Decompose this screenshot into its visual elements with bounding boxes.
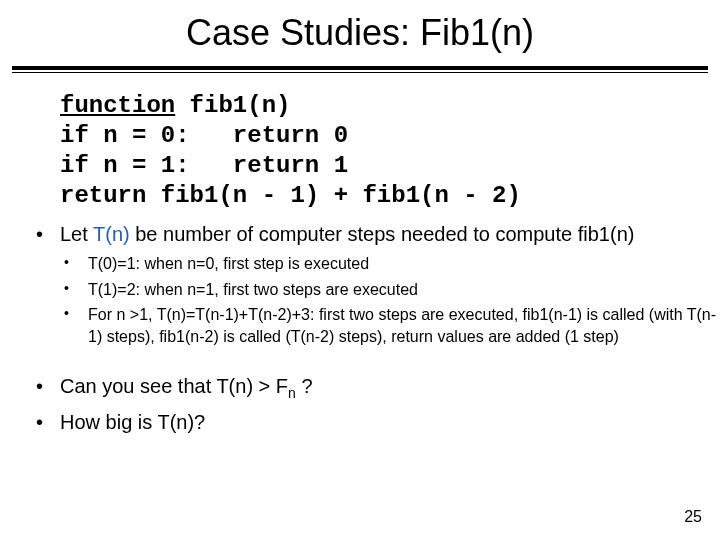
- bullet-text: Let T(n) be number of computer steps nee…: [60, 221, 684, 247]
- code-keyword: function: [60, 92, 175, 119]
- sub-marker: •: [64, 304, 88, 323]
- slide-title: Case Studies: Fib1(n): [0, 0, 720, 62]
- bullet-q2: • How big is T(n)?: [36, 409, 684, 435]
- tn-highlight: T(n): [93, 223, 130, 245]
- sub-bullet-3: • For n >1, T(n)=T(n-1)+T(n-2)+3: first …: [64, 304, 720, 347]
- sub-text-2: T(1)=2: when n=1, first two steps are ex…: [88, 279, 720, 301]
- sub-text-3: For n >1, T(n)=T(n-1)+T(n-2)+3: first tw…: [88, 304, 720, 347]
- code-line-3: if n = 1: return 1: [60, 152, 348, 179]
- bullet-marker: •: [36, 221, 60, 247]
- q1-post: ?: [296, 375, 313, 397]
- main-bullets: • Let T(n) be number of computer steps n…: [36, 221, 684, 247]
- sub-marker: •: [64, 279, 88, 298]
- bullet-let: • Let T(n) be number of computer steps n…: [36, 221, 684, 247]
- sub-bullet-1: • T(0)=1: when n=0, first step is execut…: [64, 253, 720, 275]
- sub-bullet-2: • T(1)=2: when n=1, first two steps are …: [64, 279, 720, 301]
- sub-bullets: • T(0)=1: when n=0, first step is execut…: [64, 253, 720, 347]
- let-post: be number of computer steps needed to co…: [130, 223, 635, 245]
- bullet-q1: • Can you see that T(n) > Fn ?: [36, 373, 684, 402]
- code-line-1b: fib1(n): [175, 92, 290, 119]
- question-bullets: • Can you see that T(n) > Fn ? • How big…: [36, 373, 684, 434]
- bullet-marker: •: [36, 409, 60, 435]
- title-rule-thick: [12, 66, 708, 70]
- q2-text: How big is T(n)?: [60, 409, 684, 435]
- code-line-4: return fib1(n - 1) + fib1(n - 2): [60, 182, 521, 209]
- code-block: function fib1(n) if n = 0: return 0 if n…: [60, 91, 720, 211]
- let-pre: Let: [60, 223, 93, 245]
- slide: Case Studies: Fib1(n) function fib1(n) i…: [0, 0, 720, 540]
- code-line-2: if n = 0: return 0: [60, 122, 348, 149]
- q1-pre: Can you see that T(n) > F: [60, 375, 288, 397]
- bullet-marker: •: [36, 373, 60, 399]
- title-rule-thin: [12, 72, 708, 73]
- page-number: 25: [684, 508, 702, 526]
- q1-subscript: n: [288, 385, 296, 401]
- sub-marker: •: [64, 253, 88, 272]
- q1-text: Can you see that T(n) > Fn ?: [60, 373, 684, 402]
- sub-text-1: T(0)=1: when n=0, first step is executed: [88, 253, 720, 275]
